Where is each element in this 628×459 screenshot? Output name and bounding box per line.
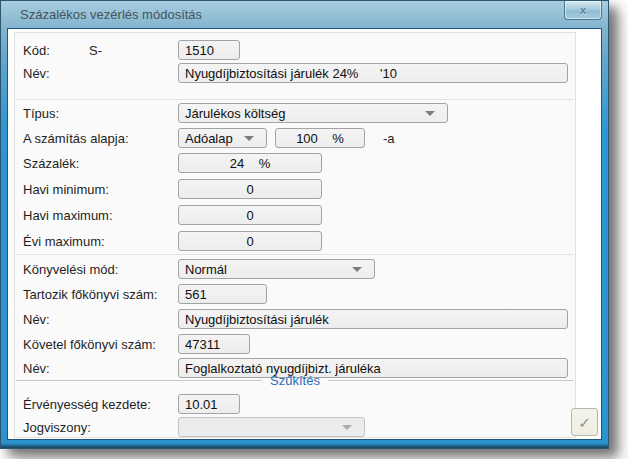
- ervenyesseg-kezdete-input[interactable]: 10.01: [178, 394, 240, 414]
- szukites-link[interactable]: Szűkítés: [262, 373, 328, 388]
- close-icon: x: [580, 5, 586, 16]
- szukites-divider: Szűkítés: [16, 372, 574, 388]
- field-row-tipus: Típus: Járulékos költség: [23, 103, 569, 123]
- kovetel-fokonyvi-szam-label: Követel főkönyvi szám:: [23, 337, 156, 352]
- szamitas-alapja-label: A számítás alapja:: [23, 131, 129, 146]
- titlebar[interactable]: Százalékos vezérlés módosítás: [1, 1, 608, 28]
- section-separator: [16, 254, 574, 255]
- form-panel: Kód: S- 1510 Név: Nyugdíjbiztosítási jár…: [14, 32, 576, 438]
- jogviszony-select[interactable]: [178, 417, 365, 437]
- konyvelesi-mod-value: Normál: [185, 262, 352, 277]
- szazalek-label: Százalék:: [23, 156, 79, 171]
- kod-label: Kód:: [23, 43, 89, 58]
- field-row-nev1: Név: Nyugdíjbiztosítási járulék 24% '10: [23, 63, 569, 83]
- check-icon: ✓: [578, 415, 591, 430]
- tipus-value: Járulékos költség: [185, 106, 425, 121]
- szamitas-alapja-percent-input[interactable]: 100 %: [275, 128, 365, 148]
- field-row-ervenyesseg-kezdete: Érvényesség kezdete: 10.01: [23, 394, 569, 414]
- kod-prefix: S-: [89, 43, 102, 58]
- field-row-konyvelesi-mod: Könyvelési mód: Normál: [23, 259, 569, 279]
- divider-line: [328, 380, 574, 381]
- ervenyesseg-kezdete-label: Érvényesség kezdete:: [23, 397, 151, 412]
- nev1-input[interactable]: Nyugdíjbiztosítási járulék 24% '10: [178, 63, 568, 83]
- field-row-jogviszony: Jogviszony:: [23, 417, 569, 437]
- divider-line: [16, 380, 262, 381]
- havi-minimum-label: Havi minimum:: [23, 182, 109, 197]
- chevron-down-icon: [244, 136, 254, 141]
- nev1-label: Név:: [23, 66, 50, 81]
- field-row-tartozik-fokonyvi-szam: Tartozik főkönyvi szám: 561: [23, 284, 569, 304]
- havi-maximum-input[interactable]: 0: [178, 205, 322, 225]
- szamitas-alapja-value: Adóalap: [185, 131, 244, 146]
- szamitas-alapja-suffix: -a: [383, 131, 395, 146]
- field-row-havi-minimum: Havi minimum: 0: [23, 179, 569, 199]
- tipus-select[interactable]: Járulékos költség: [178, 103, 448, 123]
- dialog-window: Százalékos vezérlés módosítás x Kód: S- …: [0, 0, 609, 449]
- havi-maximum-label: Havi maximum:: [23, 208, 113, 223]
- section-separator: [16, 99, 574, 100]
- kod-input[interactable]: 1510: [178, 40, 240, 60]
- jogviszony-label: Jogviszony:: [23, 420, 91, 435]
- field-row-kovetel-fokonyvi-szam: Követel főkönyvi szám: 47311: [23, 334, 569, 354]
- field-row-evi-maximum: Évi maximum: 0: [23, 231, 569, 251]
- confirm-button[interactable]: ✓: [571, 408, 598, 436]
- close-button[interactable]: x: [564, 1, 602, 20]
- evi-maximum-label: Évi maximum:: [23, 234, 105, 249]
- tartozik-fokonyvi-szam-input[interactable]: 561: [178, 284, 267, 304]
- nev2-input[interactable]: Nyugdíjbiztosítási járulék: [178, 309, 568, 329]
- konyvelesi-mod-label: Könyvelési mód:: [23, 262, 118, 277]
- kod-label-cell: Kód: S-: [23, 43, 178, 58]
- szamitas-alapja-select[interactable]: Adóalap: [178, 128, 267, 148]
- window-title: Százalékos vezérlés módosítás: [20, 7, 202, 22]
- field-row-havi-maximum: Havi maximum: 0: [23, 205, 569, 225]
- chevron-down-icon: [352, 267, 362, 272]
- field-row-szazalek: Százalék: 24 %: [23, 153, 569, 173]
- szazalek-input[interactable]: 24 %: [178, 153, 322, 173]
- evi-maximum-input[interactable]: 0: [178, 231, 322, 251]
- konyvelesi-mod-select[interactable]: Normál: [178, 259, 375, 279]
- chevron-down-icon: [425, 111, 435, 116]
- kovetel-fokonyvi-szam-input[interactable]: 47311: [178, 334, 250, 354]
- nev2-label: Név:: [23, 312, 50, 327]
- field-row-kod: Kód: S- 1510: [23, 40, 569, 60]
- tartozik-fokonyvi-szam-label: Tartozik főkönyvi szám:: [23, 287, 157, 302]
- tipus-label: Típus:: [23, 106, 59, 121]
- field-row-szamitas-alapja: A számítás alapja: Adóalap 100 % -a: [23, 128, 569, 148]
- havi-minimum-input[interactable]: 0: [178, 179, 322, 199]
- field-row-nev2: Név: Nyugdíjbiztosítási járulék: [23, 309, 569, 329]
- dialog-body: Kód: S- 1510 Név: Nyugdíjbiztosítási jár…: [7, 28, 602, 440]
- chevron-down-icon: [342, 425, 352, 430]
